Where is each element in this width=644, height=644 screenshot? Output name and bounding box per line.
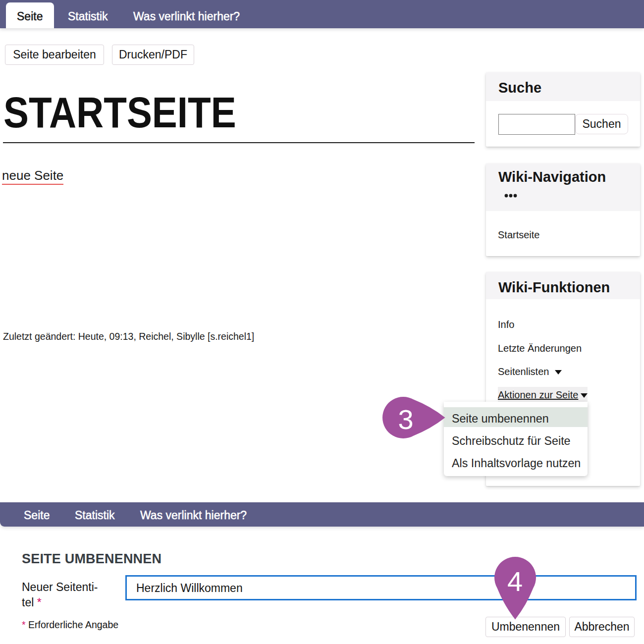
svg-text:3: 3 [398, 404, 413, 435]
svg-text:4: 4 [507, 566, 523, 597]
